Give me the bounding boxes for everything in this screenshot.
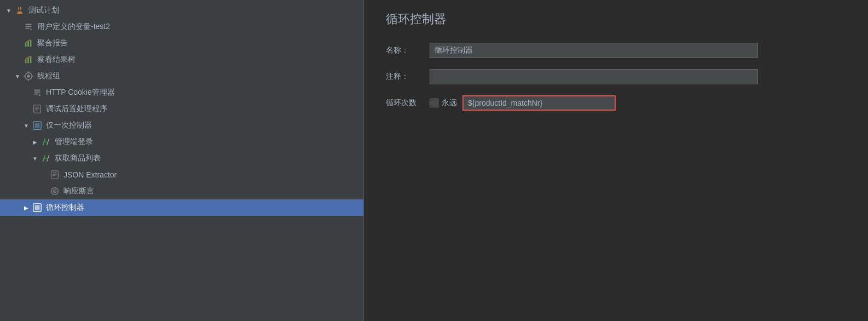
tree-item-result-tree[interactable]: 察看结果树: [0, 51, 363, 68]
icon-admin-login: [40, 136, 51, 147]
icon-user-vars: [23, 21, 34, 32]
svg-rect-26: [35, 205, 40, 210]
icon-test-plan: [14, 5, 25, 16]
tree-item-user-vars[interactable]: 用户定义的变量-test2: [0, 19, 363, 35]
tree-item-assert[interactable]: 响应断言: [0, 183, 363, 199]
tree-item-label: 线程组: [37, 71, 60, 81]
left-tree-panel: 测试计划 用户定义的变量-test2 聚合报告: [0, 0, 364, 321]
svg-point-7: [27, 74, 30, 77]
icon-once-controller: [32, 120, 43, 131]
forever-checkbox[interactable]: [430, 99, 438, 107]
name-label: 名称：: [386, 45, 430, 55]
svg-point-24: [54, 191, 55, 192]
tree-item-json-extractor[interactable]: JSON Extractor: [0, 167, 363, 183]
svg-rect-5: [30, 56, 32, 64]
tree-item-label: 仅一次控制器: [46, 121, 92, 130]
icon-thread-group: [23, 71, 34, 82]
tree-item-label: 用户定义的变量-test2: [37, 22, 110, 32]
icon-post-processor: [32, 104, 43, 114]
svg-rect-1: [27, 41, 29, 47]
tree-item-label: 调试后置处理程序: [46, 104, 107, 114]
icon-http-cookie: [32, 87, 43, 98]
arrow-loop: [22, 203, 31, 212]
tree-item-post-processor[interactable]: 调试后置处理程序: [0, 101, 363, 117]
comment-label: 注释：: [386, 72, 430, 82]
comment-input[interactable]: [430, 69, 758, 84]
tree-item-label: 管理端登录: [55, 137, 93, 147]
svg-rect-4: [27, 58, 29, 63]
arrow-thread-group: [13, 72, 22, 81]
svg-rect-2: [30, 40, 32, 47]
right-detail-panel: 循环控制器 名称： 注释： 循环次数 永远: [364, 0, 868, 321]
arrow-test-plan: [4, 6, 13, 15]
svg-rect-18: [51, 171, 59, 179]
name-row: 名称：: [386, 43, 846, 58]
icon-json-extractor: [49, 169, 60, 180]
icon-loop-controller: [32, 202, 43, 213]
tree-item-get-product[interactable]: 获取商品列表: [0, 150, 363, 167]
tree-item-thread-group[interactable]: 线程组: [0, 68, 363, 84]
icon-get-product: [40, 153, 51, 164]
tree-item-label: 响应断言: [63, 186, 94, 196]
tree-item-label: HTTP Cookie管理器: [46, 88, 115, 98]
icon-aggregate: [23, 38, 34, 49]
name-input[interactable]: [430, 43, 758, 58]
tree-item-once-controller[interactable]: 仅一次控制器: [0, 117, 363, 134]
tree-item-label: 聚合报告: [37, 38, 68, 48]
tree-item-label: 察看结果树: [37, 55, 76, 65]
tree-item-label: 测试计划: [28, 5, 59, 15]
arrow-once: [22, 121, 31, 130]
forever-label: 永远: [442, 98, 457, 108]
arrow-admin-login: [31, 137, 39, 146]
tree-item-test-plan[interactable]: 测试计划: [0, 2, 363, 19]
tree-item-loop-controller[interactable]: 循环控制器: [0, 199, 363, 216]
tree-item-label: 循环控制器: [46, 203, 84, 213]
tree-item-label: 获取商品列表: [55, 153, 101, 163]
tree-item-aggregate[interactable]: 聚合报告: [0, 35, 363, 51]
svg-rect-0: [25, 43, 27, 47]
svg-rect-3: [25, 60, 27, 63]
tree-item-admin-login[interactable]: 管理端登录: [0, 134, 363, 150]
tree-item-label: JSON Extractor: [63, 170, 117, 179]
tree-item-http-cookie[interactable]: HTTP Cookie管理器: [0, 84, 363, 101]
icon-result-tree: [23, 54, 34, 65]
svg-rect-12: [34, 105, 41, 113]
icon-assert: [49, 186, 60, 197]
comment-row: 注释：: [386, 69, 846, 84]
loop-count-row: 循环次数 永远: [386, 95, 846, 111]
loop-count-label: 循环次数: [386, 98, 430, 108]
svg-rect-17: [35, 123, 40, 128]
arrow-get-product: [31, 154, 39, 163]
panel-title: 循环控制器: [386, 11, 846, 27]
loop-count-input[interactable]: [462, 95, 616, 111]
